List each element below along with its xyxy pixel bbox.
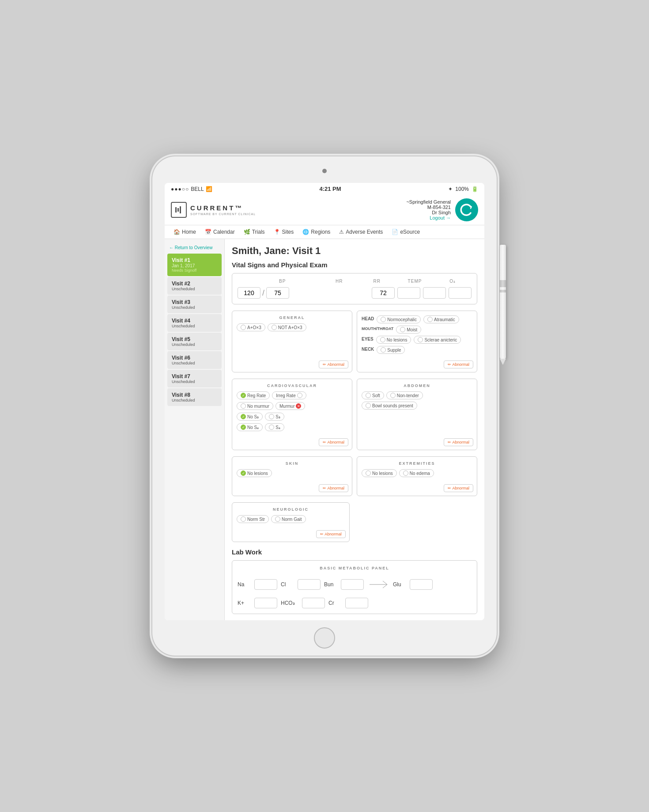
nav-regions[interactable]: 🌐 Regions xyxy=(298,225,335,239)
vitals-section-title: Vital Signs and Physical Exam xyxy=(232,261,477,269)
tag-normocephalic[interactable]: Normocephalic xyxy=(377,315,421,323)
tag-no-lesions-skin[interactable]: ✓ No lesions xyxy=(237,469,272,477)
moist-check xyxy=(400,327,405,332)
no-lesions-ext-check xyxy=(366,471,371,476)
o2-input[interactable] xyxy=(449,287,472,299)
extremities-abnormal-btn[interactable]: ✏ Abnormal xyxy=(444,484,473,492)
vitals-inputs: / xyxy=(238,287,472,299)
tag-no-lesions-ext[interactable]: No lesions xyxy=(362,469,397,477)
cardio-abnormal-btn[interactable]: ✏ Abnormal xyxy=(319,438,348,446)
tag-no-s4[interactable]: ✓ No S₄ xyxy=(237,423,263,431)
tag-s3[interactable]: S₃ xyxy=(265,413,284,421)
tag-norm-gait[interactable]: Norm Gait xyxy=(271,515,306,523)
lab-bun-label: Bun xyxy=(324,581,337,588)
nav-esource[interactable]: 📄 eSource xyxy=(387,225,424,239)
exam-grid-row3: SKIN ✓ No lesions ✏ Abnormal EXTREMITIES xyxy=(232,456,477,496)
tag-sclerae[interactable]: Sclerae anicteric xyxy=(414,336,461,344)
pencil-band-2 xyxy=(500,290,506,292)
svg-rect-0 xyxy=(175,207,177,212)
general-abnormal-btn[interactable]: ✏ Abnormal xyxy=(319,360,348,368)
page-title: Smith, Jane: Visit 1 xyxy=(232,245,477,257)
tag-norm-str[interactable]: Norm Str xyxy=(237,515,269,523)
rr-input[interactable] xyxy=(397,287,420,299)
norm-gait-check xyxy=(275,516,280,522)
trials-icon: 🌿 xyxy=(244,229,250,235)
tag-soft[interactable]: Soft xyxy=(362,391,384,399)
ipad-home-button[interactable] xyxy=(314,627,335,649)
skin-tag-row: ✓ No lesions xyxy=(237,469,347,477)
irreg-rate-check xyxy=(297,393,302,398)
visit-8-status: Unscheduled xyxy=(172,398,217,402)
bp-header: BP xyxy=(245,279,320,284)
tag-moist[interactable]: Moist xyxy=(396,326,421,334)
no-s3-check: ✓ xyxy=(241,414,246,419)
current-logo-circle xyxy=(455,198,478,221)
signal-dots: ●●●○○ xyxy=(171,186,189,192)
nav-adverse[interactable]: ⚠ Adverse Events xyxy=(335,225,387,239)
tag-supple[interactable]: Supple xyxy=(377,346,405,354)
norm-str-check xyxy=(241,516,246,522)
visit-item-6[interactable]: Visit #6 Unscheduled xyxy=(167,351,222,369)
tag-no-s3[interactable]: ✓ No S₃ xyxy=(237,413,263,421)
lab-cr-input[interactable] xyxy=(345,598,368,608)
tag-irreg-rate[interactable]: Irreg Rate xyxy=(272,391,306,399)
tag-not-ao3[interactable]: NOT A+O×3 xyxy=(268,323,306,331)
lab-na-label: Na xyxy=(238,581,251,588)
tag-reg-rate[interactable]: ✓ Reg Rate xyxy=(237,391,270,399)
neuro-panel-title: NEUROLOGIC xyxy=(237,507,345,512)
lab-glu-input[interactable] xyxy=(410,579,433,590)
logo-text-area: CURRENT™ SOFTWARE BY CURRENT CLINICAL xyxy=(190,204,256,216)
tag-no-edema[interactable]: No edema xyxy=(399,469,434,477)
visit-item-3[interactable]: Visit #3 Unscheduled xyxy=(167,296,222,313)
lab-cl-input[interactable] xyxy=(298,579,321,590)
wifi-icon: 📶 xyxy=(206,186,212,192)
tag-no-lesions-eyes[interactable]: No lesions xyxy=(376,336,411,344)
neck-abnormal-btn[interactable]: ✏ Abnormal xyxy=(444,360,473,368)
nav-trials[interactable]: 🌿 Trials xyxy=(239,225,269,239)
tag-non-tender[interactable]: Non-tender xyxy=(386,391,423,399)
status-right: ✦ 100% 🔋 xyxy=(448,186,478,192)
return-to-overview[interactable]: ← Return to Overview xyxy=(165,243,224,253)
atraumatic-check xyxy=(427,317,433,322)
lab-bun-input[interactable] xyxy=(341,579,364,590)
abdomen-abnormal-btn[interactable]: ✏ Abnormal xyxy=(444,438,473,446)
sidebar: ← Return to Overview Visit #1 Jan 1, 201… xyxy=(165,239,225,620)
abdomen-tag-row: Soft Non-tender Bowl sounds present xyxy=(362,391,472,410)
tag-atraumatic[interactable]: Atraumatic xyxy=(423,315,459,323)
nav-home[interactable]: 🏠 Home xyxy=(169,225,200,239)
esource-icon: 📄 xyxy=(392,229,398,235)
bp-diastolic-input[interactable] xyxy=(266,287,289,299)
non-tender-check xyxy=(390,393,396,398)
eyes-row: EYES No lesions Sclerae anicteric xyxy=(362,336,472,344)
logout-link[interactable]: Logout → xyxy=(256,215,451,220)
neuro-abnormal-btn[interactable]: ✏ Abnormal xyxy=(316,530,346,538)
visit-1-date: Jan 1, 2017 xyxy=(172,263,217,268)
nav-sites[interactable]: 📍 Sites xyxy=(269,225,298,239)
neuro-tag-row: Norm Str Norm Gait xyxy=(237,515,345,523)
lab-hco3-input[interactable] xyxy=(302,598,325,608)
visit-item-1[interactable]: Visit #1 Jan 1, 2017 Needs Signoff xyxy=(167,254,222,276)
tag-no-murmur[interactable]: No murmur xyxy=(237,402,273,410)
nav-sites-label: Sites xyxy=(282,229,294,235)
neuro-section: NEUROLOGIC Norm Str Norm Gait ✏ Abno xyxy=(232,502,477,542)
nav-bar: 🏠 Home 📅 Calendar 🌿 Trials 📍 Sites 🌐 Reg… xyxy=(165,225,484,239)
visit-item-7[interactable]: Visit #7 Unscheduled xyxy=(167,370,222,387)
bp-systolic-input[interactable] xyxy=(238,287,260,299)
skin-abnormal-btn[interactable]: ✏ Abnormal xyxy=(319,484,348,492)
nav-calendar-label: Calendar xyxy=(213,229,235,235)
lab-k-input[interactable] xyxy=(254,598,277,608)
temp-input[interactable] xyxy=(423,287,446,299)
lab-na-input[interactable] xyxy=(254,579,277,590)
hr-input[interactable] xyxy=(372,287,395,299)
visit-item-4[interactable]: Visit #4 Unscheduled xyxy=(167,314,222,332)
nav-calendar[interactable]: 📅 Calendar xyxy=(200,225,239,239)
visit-item-2[interactable]: Visit #2 Unscheduled xyxy=(167,277,222,295)
sites-icon: 📍 xyxy=(274,229,280,235)
visit-8-label: Visit #8 xyxy=(172,392,217,398)
tag-s4[interactable]: S₄ xyxy=(265,423,284,431)
tag-bowel-sounds[interactable]: Bowl sounds present xyxy=(362,402,417,410)
tag-murmur[interactable]: Murmur ✕ xyxy=(275,402,305,410)
visit-item-5[interactable]: Visit #5 Unscheduled xyxy=(167,333,222,350)
visit-item-8[interactable]: Visit #8 Unscheduled xyxy=(167,388,222,406)
tag-ao3[interactable]: A+O×3 xyxy=(237,323,265,331)
